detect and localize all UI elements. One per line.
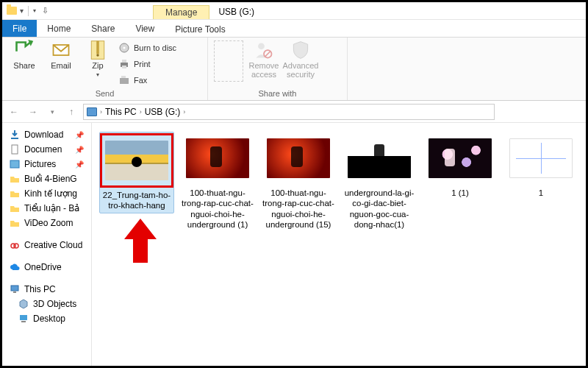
- sidebar-item-3d-objects[interactable]: 3D Objects: [2, 297, 91, 311]
- nav-up-button[interactable]: ↑: [64, 105, 79, 119]
- group-label-share-with: Share with: [208, 89, 347, 100]
- remove-access-label: Remove access: [248, 61, 280, 79]
- thumbnail-image: [429, 138, 492, 178]
- tab-view[interactable]: View: [125, 20, 165, 37]
- chevron-right-icon: ›: [183, 108, 185, 116]
- thumbnail-image: [186, 138, 249, 178]
- thumbnail-frame: [101, 134, 173, 187]
- sidebar-item-desktop[interactable]: Desktop: [2, 311, 91, 326]
- nav-forward-button[interactable]: →: [26, 105, 40, 119]
- divider: [28, 6, 29, 16]
- sidebar-item-folder[interactable]: Kinh tế lượng: [2, 186, 91, 201]
- send-small-stack: Burn to disc Print Fax: [118, 40, 176, 88]
- address-bar: ← → ▾ ↑ › This PC› USB (G:)›: [2, 101, 586, 123]
- file-item[interactable]: 1: [503, 132, 578, 198]
- svg-point-5: [123, 47, 126, 49]
- ribbon-group-send: Share Email Zip ▾ Burn to disc: [2, 38, 208, 100]
- sidebar-item-folder[interactable]: ViDeo Zoom: [2, 216, 91, 230]
- file-item[interactable]: 22_Trung-tam-ho-tro-khach-hang: [99, 132, 174, 213]
- email-button[interactable]: Email: [45, 40, 77, 70]
- svg-rect-14: [11, 138, 18, 139]
- file-item[interactable]: 1 (1): [423, 132, 498, 198]
- 3d-objects-icon: [18, 299, 29, 309]
- sidebar-item-creative-cloud[interactable]: Creative Cloud: [2, 238, 91, 252]
- sidebar-item-this-pc[interactable]: This PC: [2, 282, 91, 297]
- chevron-right-icon: ›: [100, 108, 102, 116]
- thumbnail-image: [267, 138, 330, 178]
- email-icon: [51, 40, 71, 60]
- nav-back-button[interactable]: ←: [7, 105, 21, 119]
- file-name: underground-la-gi-co-gi-dac-biet-nguon-g…: [342, 188, 417, 230]
- sidebar-item-label: Creative Cloud: [24, 240, 82, 250]
- burn-button[interactable]: Burn to disc: [118, 40, 176, 55]
- print-icon: [118, 58, 130, 70]
- svg-rect-8: [122, 66, 126, 68]
- zip-button[interactable]: Zip ▾: [82, 40, 114, 78]
- pin-icon: 📌: [75, 146, 84, 154]
- nav-history-dropdown[interactable]: ▾: [45, 105, 60, 119]
- download-icon: [10, 130, 20, 140]
- file-name: 100-thuat-ngu-trong-rap-cuc-chat-nguoi-c…: [261, 188, 336, 230]
- sidebar-item-label: Documen: [24, 144, 62, 155]
- sidebar-item-pictures[interactable]: Pictures 📌: [2, 157, 91, 171]
- svg-point-3: [96, 54, 99, 57]
- svg-rect-22: [21, 321, 26, 322]
- crumb-this-pc[interactable]: This PC›: [105, 107, 142, 117]
- pin-icon: 📌: [75, 160, 84, 169]
- file-item[interactable]: 100-thuat-ngu-trong-rap-cuc-chat-nguoi-c…: [261, 132, 336, 230]
- file-item[interactable]: 100-thuat-ngu-trong-rap-cuc-chat-nguoi-c…: [180, 132, 255, 230]
- crumb-label: USB (G:): [145, 107, 181, 117]
- group-label-send: Send: [2, 89, 207, 100]
- sidebar-item-onedrive[interactable]: OneDrive: [2, 260, 91, 275]
- file-grid[interactable]: 22_Trung-tam-ho-tro-khach-hang 100-thuat…: [92, 123, 586, 239]
- svg-rect-7: [122, 60, 126, 63]
- breadcrumb-box[interactable]: › This PC› USB (G:)›: [83, 104, 495, 120]
- folder-icon: [10, 188, 20, 199]
- this-pc-icon: [10, 284, 20, 294]
- tab-home[interactable]: Home: [37, 20, 81, 37]
- print-button[interactable]: Print: [118, 57, 176, 71]
- zip-icon: [87, 40, 108, 60]
- sidebar-item-downloads[interactable]: Download 📌: [2, 127, 91, 142]
- sidebar-item-label: Download: [24, 130, 63, 140]
- thumbnail-image: [348, 138, 411, 178]
- window-title: USB (G:): [218, 7, 254, 19]
- tab-share[interactable]: Share: [81, 20, 125, 37]
- svg-rect-16: [10, 160, 19, 168]
- ribbon-group-share-with: Remove access Advanced security Share wi…: [208, 38, 348, 100]
- desktop-icon: [18, 314, 29, 324]
- tab-picture-tools[interactable]: Picture Tools: [165, 20, 235, 37]
- nav-pane: Download 📌 Documen 📌 Pictures 📌 Buổi 4-B…: [2, 123, 92, 366]
- svg-rect-9: [120, 78, 129, 84]
- svg-line-13: [265, 52, 270, 57]
- thumbnail-frame: [262, 132, 334, 185]
- document-icon: [10, 144, 20, 155]
- crumb-current[interactable]: USB (G:)›: [145, 107, 186, 117]
- sidebar-item-documents[interactable]: Documen 📌: [2, 142, 91, 157]
- share-with-gallery[interactable]: [214, 40, 243, 82]
- fax-label: Fax: [134, 76, 147, 85]
- sidebar-item-folder[interactable]: Buổi 4-BienG: [2, 171, 91, 186]
- pin-icon: ▾: [20, 7, 24, 15]
- svg-rect-15: [12, 145, 18, 154]
- file-name: 1: [539, 188, 543, 198]
- thumbnail-frame: [505, 132, 577, 185]
- fax-button[interactable]: Fax: [118, 73, 176, 88]
- svg-point-11: [258, 43, 265, 49]
- print-label: Print: [134, 60, 151, 68]
- file-item[interactable]: underground-la-gi-co-gi-dac-biet-nguon-g…: [342, 132, 417, 230]
- qat-overflow[interactable]: ⇩: [42, 6, 49, 15]
- remove-access-button[interactable]: Remove access: [248, 40, 280, 79]
- tab-file[interactable]: File: [2, 20, 37, 37]
- advanced-security-button[interactable]: Advanced security: [284, 40, 317, 79]
- share-button[interactable]: Share: [8, 40, 40, 70]
- pictures-icon: [10, 159, 20, 169]
- thumbnail-frame: [182, 132, 254, 185]
- qat-dropdown-icon[interactable]: ▾: [33, 7, 36, 14]
- contextual-tab-manage[interactable]: Manage: [153, 5, 209, 19]
- burn-label: Burn to disc: [134, 43, 176, 52]
- sidebar-item-label: OneDrive: [24, 262, 62, 272]
- thumbnail-frame: [343, 132, 415, 185]
- sidebar-item-folder[interactable]: Tiểu luận - Bả: [2, 201, 91, 216]
- title-bar: ▾ ▾ ⇩ Manage USB (G:): [2, 2, 586, 20]
